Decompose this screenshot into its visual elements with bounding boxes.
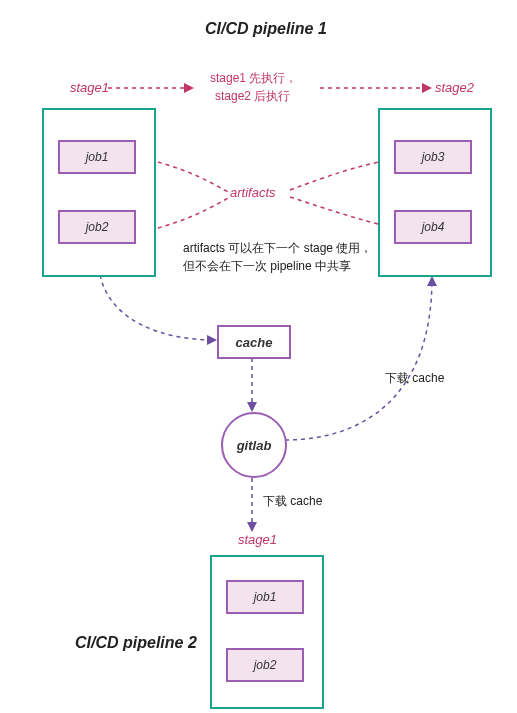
artifacts-label: artifacts: [230, 185, 276, 200]
stage2-label: stage2: [435, 80, 474, 95]
p1-job4-label: job4: [422, 220, 445, 234]
p1-job2-label: job2: [86, 220, 109, 234]
p1-job1-label: job1: [86, 150, 109, 164]
p1-job4: job4: [394, 210, 472, 244]
p1-job3-label: job3: [422, 150, 445, 164]
p1-job2: job2: [58, 210, 136, 244]
p1-stage1-box: [42, 108, 156, 277]
order-note-line1: stage1 先执行，: [210, 70, 297, 87]
order-note-line2: stage2 后执行: [215, 88, 290, 105]
p2-job2: job2: [226, 648, 304, 682]
download-cache-below: 下载 cache: [263, 493, 322, 510]
cache-label: cache: [236, 335, 273, 350]
gitlab-label: gitlab: [237, 438, 272, 453]
download-cache-right: 下载 cache: [385, 370, 444, 387]
p1-job3: job3: [394, 140, 472, 174]
pipeline2-title: CI/CD pipeline 2: [75, 634, 197, 652]
stage1-label: stage1: [70, 80, 109, 95]
p2-job1-label: job1: [254, 590, 277, 604]
gitlab-node: gitlab: [221, 412, 287, 478]
p2-job2-label: job2: [254, 658, 277, 672]
p2-stage1-label: stage1: [238, 532, 277, 547]
diagram-canvas: CI/CD pipeline 1 CI/CD pipeline 2 stage1…: [0, 0, 517, 713]
p2-stage1-box: [210, 555, 324, 709]
p1-stage2-box: [378, 108, 492, 277]
p1-job1: job1: [58, 140, 136, 174]
cache-box: cache: [217, 325, 291, 359]
p2-job1: job1: [226, 580, 304, 614]
pipeline1-title: CI/CD pipeline 1: [205, 20, 327, 38]
artifacts-note-line2: 但不会在下一次 pipeline 中共享: [183, 258, 351, 275]
artifacts-note-line1: artifacts 可以在下一个 stage 使用，: [183, 240, 372, 257]
